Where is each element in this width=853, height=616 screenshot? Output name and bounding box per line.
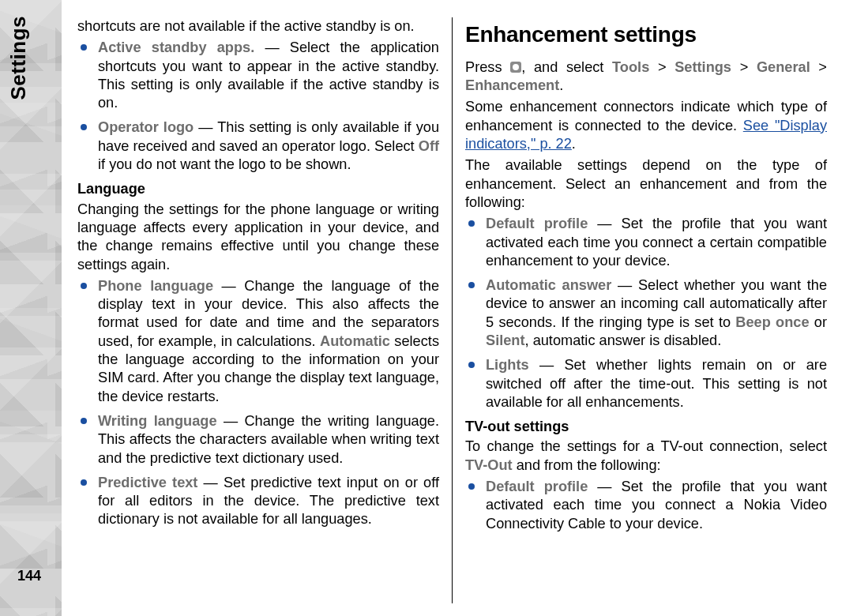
language-para: Changing the settings for the phone lang… <box>77 201 439 274</box>
page-number: 144 <box>17 568 41 584</box>
right-column: Enhancement settings Press , and select … <box>457 17 835 603</box>
press-pre: Press <box>465 59 510 75</box>
language-bullet-list: Phone language — Change the language of … <box>77 277 439 529</box>
enhancement-para2: The available settings depend on the typ… <box>465 156 827 212</box>
item-label: Lights <box>486 357 529 373</box>
item-label: Predictive text <box>98 475 197 490</box>
nav-tools: Tools <box>612 59 649 75</box>
list-item: Default profile — Set the profile that y… <box>486 478 827 533</box>
list-item: Operator logo — This setting is only ava… <box>98 118 439 174</box>
language-subhead: Language <box>77 180 439 198</box>
list-item: Active standby apps. — Select the applic… <box>98 39 439 112</box>
press-instruction: Press , and select Tools > Settings > Ge… <box>465 58 827 96</box>
item-text: — Set whether lights remain on or are sw… <box>486 357 827 410</box>
item-label: Automatic answer <box>486 277 611 293</box>
side-section-label: Settings <box>6 16 31 100</box>
list-item: Phone language — Change the language of … <box>98 277 439 406</box>
enhancement-para1: Some enhancement connectors indicate whi… <box>465 98 827 153</box>
item-label: Writing language <box>98 413 217 429</box>
item-label: Phone language <box>98 278 213 294</box>
standby-bullet-list: Active standby apps. — Select the applic… <box>77 39 439 174</box>
page-content: shortcuts are not available if the activ… <box>70 17 842 603</box>
off-label: Off <box>419 138 439 154</box>
list-item: Writing language — Change the writing la… <box>98 412 439 468</box>
item-label: Default profile <box>486 479 588 494</box>
silent-label: Silent <box>486 332 525 348</box>
tvout-label: TV-Out <box>465 457 513 473</box>
item-text: if you do not want the logo to be shown. <box>98 156 351 172</box>
list-item: Default profile — Set the profile that y… <box>486 215 827 270</box>
nav-general: General <box>757 59 810 75</box>
list-item: Lights — Set whether lights remain on or… <box>486 356 827 411</box>
item-label: Operator logo <box>98 119 194 135</box>
enhancement-heading: Enhancement settings <box>465 21 827 49</box>
column-divider <box>452 17 453 603</box>
enhancement-bullet-list: Default profile — Set the profile that y… <box>465 215 827 411</box>
press-mid: , and select <box>521 59 612 75</box>
item-text: , automatic answer is disabled. <box>525 332 722 348</box>
tvout-para: To change the settings for a TV-out conn… <box>465 438 827 475</box>
item-label: Active standby apps. <box>98 39 254 55</box>
nav-enhancement: Enhancement <box>465 77 559 93</box>
left-column: shortcuts are not available if the activ… <box>70 17 447 603</box>
tvout-bullet-list: Default profile — Set the profile that y… <box>465 478 827 533</box>
automatic-label: Automatic <box>320 333 390 349</box>
list-item: Predictive text — Set predictive text in… <box>98 474 439 529</box>
menu-key-icon <box>510 62 521 73</box>
tvout-subhead: TV-out settings <box>465 418 827 436</box>
intro-continuation: shortcuts are not available if the activ… <box>77 17 439 36</box>
list-item: Automatic answer — Select whether you wa… <box>486 276 827 350</box>
beep-once-label: Beep once <box>735 314 809 330</box>
nav-settings: Settings <box>675 59 731 75</box>
item-label: Default profile <box>486 216 588 231</box>
